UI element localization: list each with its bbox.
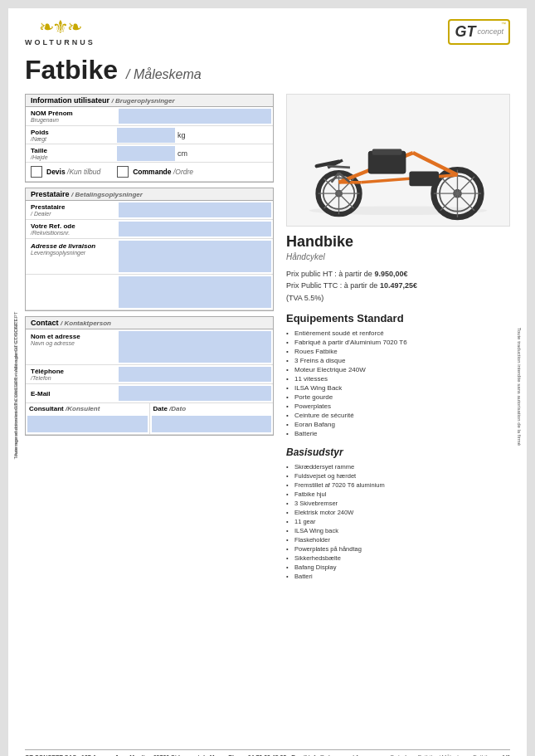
side-label-right-text: Toute traduction interdite sans autorisa… bbox=[517, 262, 522, 511]
commande-label-dk: /Ordre bbox=[173, 168, 193, 176]
telephone-label: Téléphone /Telefon bbox=[26, 366, 117, 383]
list-item: Eoran Bafang bbox=[286, 420, 510, 429]
consultant-date-row: Consultant /Konsulent Date /Dato bbox=[26, 403, 273, 435]
date-label: Date /Dato bbox=[150, 403, 274, 414]
ref-input[interactable] bbox=[119, 222, 271, 237]
commande-checkbox[interactable] bbox=[117, 166, 129, 178]
contact-nom-label-dk: Navn og adresse bbox=[31, 340, 112, 346]
right-column: Handbike Håndcykel Prix public HT : à pa… bbox=[286, 94, 510, 749]
poids-label-fr: Poids bbox=[31, 129, 112, 136]
basisudstyr-list: Skræddersyet rammeFuldsvejset og hærdetF… bbox=[286, 462, 510, 581]
poids-unit: kg bbox=[178, 131, 186, 139]
adresse-textarea2[interactable] bbox=[119, 276, 271, 308]
list-item: ILSA Wing Back bbox=[286, 383, 510, 393]
taille-input[interactable] bbox=[117, 146, 175, 161]
poids-row: Poids /Nægt kg bbox=[26, 126, 273, 144]
nom-label-dk: Brugenavn bbox=[31, 117, 112, 123]
contact-section: Contact / Kontaktperson Nom et adresse N… bbox=[25, 316, 274, 436]
list-item: 11 gear bbox=[286, 517, 510, 526]
list-item: Powerplates bbox=[286, 402, 510, 411]
equipements-title: Equipements Standard bbox=[286, 312, 510, 324]
logo-wolturnus: ❧⚜❧ WOLTURNUS bbox=[25, 17, 95, 46]
taille-label: Taille /Højde bbox=[26, 145, 117, 162]
telephone-input[interactable] bbox=[119, 367, 271, 382]
contact-title-dk: / Kontaktperson bbox=[61, 319, 111, 327]
adresse-row2 bbox=[26, 275, 273, 310]
taille-label-fr: Taille bbox=[31, 147, 112, 154]
devis-checkbox-item[interactable]: Devis /Kun tilbud bbox=[31, 166, 100, 178]
footer: GT CONCEPT SAS · 137 Avenue Jean Moulin … bbox=[25, 749, 510, 756]
commande-checkbox-item[interactable]: Commande /Ordre bbox=[117, 166, 193, 178]
dealer-input[interactable] bbox=[119, 202, 271, 217]
tm-icon: ™ bbox=[501, 22, 506, 27]
list-item: 3 Freins à disque bbox=[286, 356, 510, 365]
list-item: Fremstillet af 7020 T6 aluminium bbox=[286, 480, 510, 490]
page-subtitle: / Måleskema bbox=[126, 67, 202, 82]
list-item: 11 vitesses bbox=[286, 374, 510, 383]
telephone-label-dk: /Telefon bbox=[31, 375, 112, 381]
consultant-label: Consultant /Konsulent bbox=[26, 403, 149, 414]
contact-title-fr: Contact bbox=[31, 319, 59, 327]
left-column: Information utilisateur / Brugeroplysnin… bbox=[25, 94, 274, 749]
consultant-label-dk: /Konsulent bbox=[66, 405, 100, 412]
adresse-row: Adresse de livraison Leveringsoplysninge… bbox=[26, 239, 273, 275]
list-item: Fuldsvejset og hærdet bbox=[286, 471, 510, 480]
list-item: 3 Skivebremser bbox=[286, 499, 510, 508]
adresse-label2 bbox=[26, 275, 117, 278]
bike-image-container bbox=[286, 94, 510, 227]
checkbox-row: Devis /Kun tilbud Commande /Ordre bbox=[26, 163, 273, 182]
two-col-layout: Information utilisateur / Brugeroplysnin… bbox=[25, 94, 510, 749]
prestataire-section: Prestataire / Betalingsoplysninger Prest… bbox=[25, 188, 274, 311]
list-item: Elektrisk motor 240W bbox=[286, 508, 510, 517]
price-ht-label: Prix public HT : à partir de bbox=[286, 270, 372, 278]
poids-label-dk: /Nægt bbox=[31, 136, 112, 142]
email-row: E-Mail bbox=[26, 384, 273, 403]
list-item: Batterie bbox=[286, 429, 510, 438]
svg-rect-24 bbox=[409, 171, 439, 186]
taille-input-area: cm bbox=[117, 146, 273, 161]
consultant-input[interactable] bbox=[27, 416, 148, 432]
equipements-section: Equipements Standard Entièrement soudé e… bbox=[286, 312, 510, 438]
commande-label-fr: Commande bbox=[133, 168, 171, 176]
list-item: Porte gourde bbox=[286, 393, 510, 402]
wolturnus-name: WOLTURNUS bbox=[25, 38, 95, 46]
poids-input[interactable] bbox=[117, 128, 175, 143]
ref-row: Votre Ref. ode /Rekvisitionsnr. bbox=[26, 220, 273, 239]
date-label-dk: /Dato bbox=[169, 405, 186, 412]
header: ❧⚜❧ WOLTURNUS GT concept ™ bbox=[25, 8, 510, 51]
bike-image bbox=[287, 95, 509, 226]
list-item: Flaskeholder bbox=[286, 535, 510, 544]
price-ttc-value: 10.497,25€ bbox=[380, 281, 417, 290]
adresse-textarea[interactable] bbox=[119, 241, 271, 272]
basisudstyr-title: Basisudstyr bbox=[286, 446, 510, 458]
equipements-list: Entièrement soudé et renforcéFabriqué à … bbox=[286, 329, 510, 438]
taille-label-dk: /Højde bbox=[31, 154, 112, 160]
contact-nom-label: Nom et adresse Navn og adresse bbox=[26, 329, 117, 348]
devis-label: Devis /Kun tilbud bbox=[46, 168, 100, 176]
devis-checkbox[interactable] bbox=[31, 166, 42, 178]
page-title: Fatbike bbox=[25, 55, 118, 85]
gt-text: GT bbox=[455, 23, 475, 41]
list-item: Batteri bbox=[286, 572, 510, 581]
taille-row: Taille /Højde cm bbox=[26, 144, 273, 163]
list-item: Ceinture de sécurité bbox=[286, 411, 510, 420]
list-item: Roues Fatbike bbox=[286, 347, 510, 356]
poids-input-area: kg bbox=[117, 128, 273, 143]
svg-line-25 bbox=[328, 166, 350, 168]
user-info-title-dk: / Brugeroplysninger bbox=[112, 97, 175, 105]
page: Awerage et données GT CONCEPT – Allé aga… bbox=[8, 8, 527, 756]
list-item: Fatbike hjul bbox=[286, 490, 510, 499]
side-label-left: Awerage et données GT CONCEPT – Allé aga… bbox=[8, 8, 23, 756]
list-item: Fabriqué à partir d'Aluminium 7020 T6 bbox=[286, 338, 510, 347]
email-input[interactable] bbox=[119, 386, 271, 401]
date-input[interactable] bbox=[152, 416, 272, 432]
nom-input[interactable] bbox=[119, 109, 271, 124]
ref-label: Votre Ref. ode /Rekvisitionsnr. bbox=[26, 221, 117, 237]
adresse-label-fr: Adresse de livraison bbox=[31, 242, 112, 250]
contact-nom-textarea[interactable] bbox=[119, 331, 271, 363]
telephone-label-fr: Téléphone bbox=[31, 368, 112, 375]
adresse-label-dk: Leveringsoplysninger bbox=[31, 250, 112, 256]
price-ht-value: 9.950,00€ bbox=[374, 270, 407, 278]
svg-rect-21 bbox=[372, 149, 402, 155]
list-item: ILSA Wing back bbox=[286, 526, 510, 535]
